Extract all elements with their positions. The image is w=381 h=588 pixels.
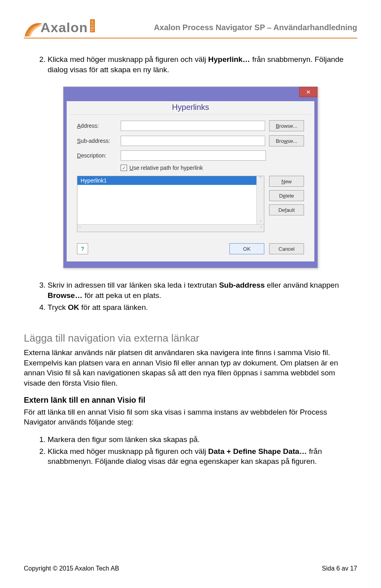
page-number: Sida 6 av 17: [322, 565, 357, 572]
chevron-right-icon: ˃: [260, 226, 262, 231]
default-button[interactable]: Default: [269, 204, 304, 215]
list-text: Klicka med höger musknapp på figuren och…: [48, 55, 208, 63]
cancel-button[interactable]: Cancel: [269, 243, 304, 254]
logo-swoosh-icon: [24, 21, 38, 35]
close-icon: ✕: [306, 89, 311, 95]
list-text: Klicka med höger musknapp på figuren och…: [48, 447, 208, 455]
check-icon: ✓: [122, 165, 126, 171]
list-item: Klicka med höger musknapp på figuren och…: [48, 54, 357, 75]
body-paragraph: Externa länkar används när platsen dit a…: [24, 348, 357, 388]
list-text: eller använd knappen: [265, 281, 339, 289]
list-item: Skriv in adressen till var länken ska le…: [48, 280, 357, 300]
sub-heading: Extern länk till en annan Visio fil: [24, 396, 357, 405]
hyperlink-listbox[interactable]: Hyperlink1 ˄˅ ˂˃: [77, 176, 264, 232]
list-text: för att spara länken.: [79, 303, 148, 311]
new-button[interactable]: New: [269, 176, 304, 187]
scrollbar-vertical[interactable]: ˄˅: [256, 176, 264, 225]
browse-subaddress-button[interactable]: Browse...: [269, 135, 304, 146]
chevron-left-icon: ˂: [79, 226, 81, 231]
description-input[interactable]: [121, 150, 266, 161]
body-paragraph: För att länka till en annat Visio fil so…: [24, 407, 357, 427]
page-header: Axalon TECH Axalon Process Navigator SP …: [24, 20, 357, 38]
instruction-list-3: Markera den figur som länken ska skapas …: [24, 434, 357, 467]
logo: Axalon TECH: [24, 20, 95, 35]
list-bold: Sub-address: [219, 281, 265, 289]
hyperlinks-dialog: ✕ Hyperlinks Address: Browse... Sub-addr…: [63, 86, 318, 268]
list-item[interactable]: Hyperlink1: [77, 176, 264, 185]
relative-path-label: Use relative path for hyperlink: [129, 165, 203, 171]
list-text: Skriv in adressen till var länken ska le…: [48, 281, 219, 289]
list-item: Tryck OK för att spara länken.: [48, 302, 357, 313]
ok-button[interactable]: OK: [229, 243, 264, 254]
chevron-up-icon: ˄: [260, 176, 262, 181]
relative-path-checkbox[interactable]: ✓: [121, 165, 127, 171]
dialog-title: Hyperlinks: [67, 101, 314, 114]
list-bold: Data + Define Shape Data…: [208, 447, 307, 455]
description-label: Description:: [77, 152, 117, 159]
list-text: Tryck: [48, 303, 68, 311]
logo-text: Axalon: [40, 20, 88, 35]
sub-address-label: Sub-address:: [77, 138, 117, 144]
document-title: Axalon Process Navigator SP – Användarha…: [154, 23, 357, 32]
list-text: för att peka ut en plats.: [83, 291, 162, 300]
browse-address-button[interactable]: Browse...: [269, 120, 304, 131]
help-button[interactable]: ?: [77, 243, 88, 254]
close-button[interactable]: ✕: [299, 87, 318, 97]
help-icon: ?: [81, 246, 85, 252]
page-footer: Copyright © 2015 Axalon Tech AB Sida 6 a…: [24, 565, 357, 572]
list-item: Markera den figur som länken ska skapas …: [48, 434, 357, 445]
list-item: Klicka med höger musknapp på figuren och…: [48, 446, 357, 467]
list-bold: OK: [68, 303, 79, 311]
logo-tag: TECH: [90, 19, 95, 33]
dialog-figure: ✕ Hyperlinks Address: Browse... Sub-addr…: [24, 86, 357, 268]
copyright-text: Copyright © 2015 Axalon Tech AB: [24, 565, 119, 572]
sub-address-input[interactable]: [121, 136, 265, 146]
list-bold: Hyperlink…: [208, 55, 250, 63]
address-input[interactable]: [121, 121, 265, 131]
address-label: Address:: [77, 123, 117, 129]
section-heading: Lägga till navigation via externa länkar: [24, 332, 357, 344]
scrollbar-horizontal[interactable]: ˂˃: [77, 224, 264, 232]
delete-button[interactable]: Delete: [269, 190, 304, 201]
list-bold: Browse…: [48, 291, 83, 300]
instruction-list-1: Klicka med höger musknapp på figuren och…: [24, 54, 357, 75]
instruction-list-2: Skriv in adressen till var länken ska le…: [24, 280, 357, 312]
dialog-titlebar: ✕: [64, 87, 318, 101]
